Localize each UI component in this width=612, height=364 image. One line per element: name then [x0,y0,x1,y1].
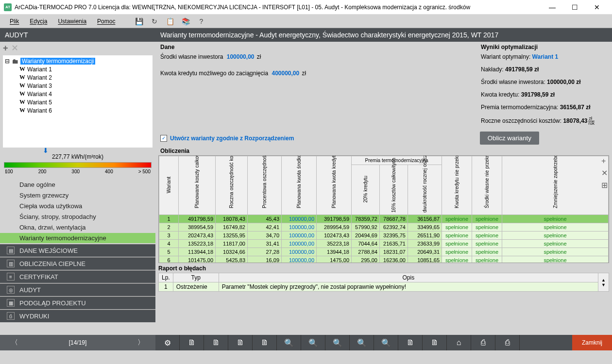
close-button[interactable]: ✕ [586,0,608,15]
footer-tool-11[interactable]: 🗎 [423,335,447,350]
footer-tool-13[interactable]: ⎙ [471,335,495,350]
footer: 〈 [14/19] 〉 ⚙🗎🗎🗎🗎🔍🔍🔍🔍🔍🗎🗎⌂⎙⎙Zamknij [0,335,612,350]
err-col-lp: Lp. [159,273,173,282]
table-row[interactable]: 1491798,5918078,4345,43100000,00391798,5… [159,215,609,223]
srodki2-label: Środki własne inwestora: [481,79,545,85]
section-icon: ≡ [7,273,15,281]
main-header: Warianty termomodernizacyjne - Audyt ene… [155,28,612,42]
minimize-button[interactable]: — [541,0,563,15]
err-scroll-up[interactable]: ▲▼ [598,273,609,292]
wyniki-title: Wyniki optymalizacji [481,44,607,50]
kredyt-unit: zł [302,70,306,77]
menu-pomoc[interactable]: Pomoc [92,17,120,26]
table-remove-icon[interactable]: ✕ [601,168,608,178]
section-item[interactable]: ▦PODGLĄD PROJEKTU [0,297,155,309]
col-srodki-nie: Środki własne nie przekraczają wartości … [484,162,490,208]
srodki-value[interactable]: 100000,00 [227,53,255,60]
nav-item[interactable]: System grzewczy [0,190,155,200]
section-icon: ◎ [7,286,15,294]
section-item[interactable]: ▥OBLICZENIA CIEPLNE [0,257,155,270]
err-lp: 1 [159,282,173,292]
calculate-button[interactable]: Oblicz warianty [480,132,539,145]
titlebar: AT ArCADia-TERMOCAD PRO 7.0 Licencja dla… [0,0,612,15]
table-row[interactable]: 3202473,4313255,9534,70100000,00102473,4… [159,232,609,240]
menu-plik[interactable]: Plik [5,17,24,26]
tree-root[interactable]: ⊟ 🖿 Warianty termomodernizacji [5,57,151,65]
table-row[interactable]: 6101475,005425,8316,09100000,001475,0029… [159,256,609,264]
section-item[interactable]: ▤DANE WEJŚCIOWE [0,244,155,257]
tree-root-label[interactable]: Warianty termomodernizacji [20,58,95,65]
footer-tool-1[interactable]: 🗎 [180,335,204,350]
col-dwu: dwukrotność rocznej oszczędności kosztów… [422,166,427,213]
add-icon[interactable]: + [3,43,8,53]
calc-table[interactable]: + ✕ ⊞ Wariant Planowane koszty całkowite… [158,155,609,263]
footer-tool-5[interactable]: 🔍 [277,335,301,350]
tree-item[interactable]: WWariant 4 [19,90,151,98]
gauge-tick: > 500 [138,169,151,174]
footer-tool-3[interactable]: 🗎 [228,335,253,350]
tree-item[interactable]: WWariant 6 [19,106,151,115]
maximize-button[interactable]: ☐ [563,0,586,15]
roczne-label: Roczne oszczędności kosztów: [481,117,561,124]
menu-ustawienia[interactable]: Ustawienia [53,17,91,26]
create-variants-checkbox[interactable]: ✓ [160,135,167,142]
tree-item[interactable]: WWariant 1 [19,65,151,73]
kredyt2-label: Kwota kredytu: [481,91,519,98]
page-prev-button[interactable]: 〈 [0,338,29,347]
footer-tool-14[interactable]: ⎙ [495,335,520,350]
section-item[interactable]: ◎AUDYT [0,283,155,296]
naklady-label: Nakłady: [481,66,504,73]
table-calc-icon[interactable]: ⊞ [601,181,608,190]
menubar: Plik Edycja Ustawienia Pomoc 💾 ↻ 📋 📚 ? [0,15,612,28]
footer-tool-9[interactable]: 🔍 [374,335,398,350]
footer-tool-8[interactable]: 🔍 [350,335,374,350]
tree-item[interactable]: WWariant 2 [19,73,151,82]
footer-tool-6[interactable]: 🔍 [301,335,325,350]
kredyt-value[interactable]: 400000,00 [272,70,299,77]
footer-tool-2[interactable]: 🗎 [204,335,228,350]
nav-item[interactable]: Okna, drzwi, wentylacja [0,222,155,232]
roczne-value: 18078,43 [563,117,587,124]
clipboard-icon[interactable]: 📋 [165,16,175,27]
create-variants-label[interactable]: Utwórz warianty zgodnie z Rozporządzenie… [170,135,294,142]
table-row[interactable]: 4135223,1811817,0031,41100000,0035223,18… [159,240,609,248]
err-typ: Ostrzeżenie [173,282,219,292]
section-item[interactable]: ≡CERTYFIKAT [0,270,155,283]
table-row[interactable]: 2389954,5916749,8242,41100000,00289954,5… [159,223,609,232]
footer-tool-10[interactable]: 🗎 [398,335,423,350]
nav-item[interactable]: Warianty termomodernizacyjne [0,233,155,243]
footer-close-button[interactable]: Zamknij [572,335,612,350]
errors-panel: Raport o błędach Lp. Typ Opis ▲▼ 1 Ostrz… [158,265,609,292]
kredyt2-value: 391798,59 zł [521,91,555,98]
footer-tool-7[interactable]: 🔍 [325,335,350,350]
save-icon[interactable]: 💾 [134,16,144,27]
nav-item[interactable]: Ciepła woda użytkowa [0,201,155,211]
footer-tool-4[interactable]: 🗎 [253,335,277,350]
footer-tool-12[interactable]: ⌂ [447,335,471,350]
gauge-pointer-icon: ↑ [4,169,7,174]
book-icon[interactable]: 📚 [180,16,191,27]
srodki-unit: zł [257,53,261,60]
srodki2-value: 100000,00 zł [547,79,580,85]
refresh-icon[interactable]: ↻ [149,16,160,27]
variants-tree[interactable]: ⊟ 🖿 Warianty termomodernizacji WWariant … [3,55,153,148]
table-row[interactable]: 5113944,1810324,6627,28100000,0013944,18… [159,248,609,256]
col-wariant: Wariant [166,177,171,193]
remove-icon[interactable]: ✕ [11,43,18,53]
premia-value: 36156,87 zł [560,104,591,111]
arrow-down-icon: ⬇ [43,147,49,154]
footer-tool-0[interactable]: ⚙ [155,335,180,350]
tree-item[interactable]: WWariant 5 [19,98,151,106]
menu-edycja[interactable]: Edycja [25,17,52,26]
section-item[interactable]: ⎙WYDRUKI [0,310,155,322]
tree-item[interactable]: WWariant 3 [19,82,151,90]
nav-item[interactable]: Dane ogólne [0,180,155,190]
table-add-icon[interactable]: + [601,157,608,165]
help-icon[interactable]: ? [196,16,206,27]
col-zmniejszenie: Zmniejszenie zapotrzebowania na energię … [553,162,558,208]
nav-item[interactable]: Ściany, stropy, stropodachy [0,212,155,222]
page-next-button[interactable]: 〉 [126,338,155,347]
col-premia-super: Premia termomodernizacyjna [352,156,442,165]
col-kwota-nie: Kwota kredytu nie przekracza wartości pr… [454,162,459,208]
gauge-tick: 300 [71,169,80,174]
